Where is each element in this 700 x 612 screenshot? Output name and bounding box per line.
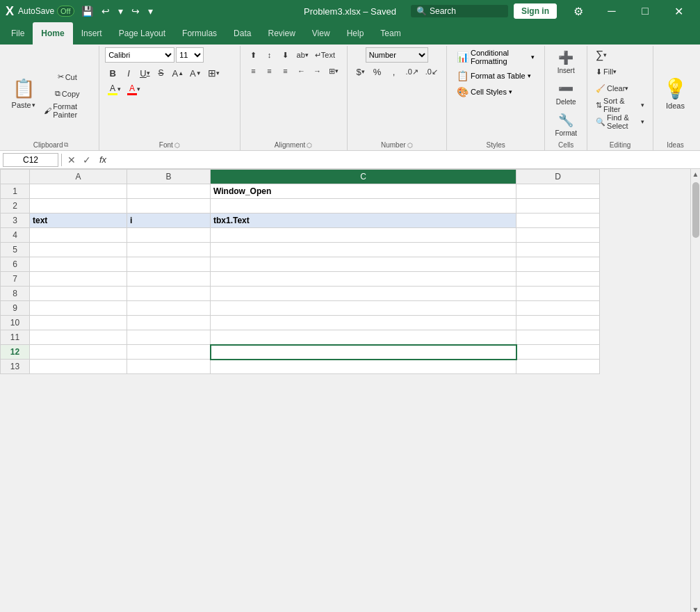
row-header-6[interactable]: 6 [1,257,30,272]
vertical-scrollbar[interactable]: ▲ ▼ [690,169,700,612]
row-header-2[interactable]: 2 [1,199,30,214]
wrap-text-button[interactable]: ↵Text [312,47,338,63]
comma-button[interactable]: , [386,64,402,79]
cell-C4[interactable] [211,228,516,243]
align-middle-button[interactable]: ↕ [262,47,277,63]
restore-button[interactable]: □ [629,0,661,22]
decrease-decimal-button[interactable]: .0↙ [423,64,441,79]
row-header-12[interactable]: 12 [1,345,30,360]
cell-B11[interactable] [127,330,211,345]
cell-D4[interactable] [516,228,600,243]
cell-A7[interactable] [30,272,127,287]
row-header-7[interactable]: 7 [1,272,30,287]
cell-C11[interactable] [211,330,516,345]
row-header-11[interactable]: 11 [1,330,30,345]
conditional-formatting-button[interactable]: 📊 Conditional Formatting ▾ [453,47,539,67]
tab-home[interactable]: Home [33,22,72,45]
undo-icon[interactable]: ↩ [99,4,113,18]
format-as-table-button[interactable]: 📋 Format as Table ▾ [453,69,535,83]
autosum-button[interactable]: ∑ ▾ [593,47,610,63]
indent-decrease-button[interactable]: ← [294,63,309,79]
scroll-thumb[interactable] [692,182,699,238]
close-button[interactable]: ✕ [662,0,694,22]
cell-C12[interactable] [211,345,516,360]
undo-arrow[interactable]: ▾ [115,4,126,18]
font-name-select[interactable]: Calibri [105,47,174,63]
col-header-A[interactable]: A [30,170,127,184]
confirm-formula-button[interactable]: ✓ [80,154,94,166]
delete-cells-button[interactable]: ➖ Delete [552,79,580,108]
cell-A4[interactable] [30,228,127,243]
paste-button[interactable]: 📋 Paste ▾ [8,47,38,140]
settings-icon[interactable]: ⚙ [562,0,594,22]
align-left-button[interactable]: ≡ [246,63,261,79]
copy-button[interactable]: ⧉ Copy [41,86,93,102]
align-top-button[interactable]: ⬆ [246,47,261,63]
increase-font-button[interactable]: A▲ [170,65,187,81]
cell-D1[interactable] [516,184,600,199]
cell-A11[interactable] [30,330,127,345]
cell-C8[interactable] [211,287,516,301]
cell-reference-box[interactable] [3,153,58,167]
col-header-B[interactable]: B [127,170,211,184]
tab-review[interactable]: Review [259,22,303,45]
scroll-up-arrow[interactable]: ▲ [691,169,700,179]
format-cells-button[interactable]: 🔧 Format [551,110,581,140]
cell-B4[interactable] [127,228,211,243]
clipboard-expand[interactable]: ⧉ [64,141,68,149]
tab-help[interactable]: Help [339,22,373,45]
cell-D13[interactable] [516,360,600,374]
col-header-D[interactable]: D [516,170,600,184]
cell-C13[interactable] [211,360,516,374]
align-right-button[interactable]: ≡ [278,63,293,79]
cell-B5[interactable] [127,243,211,257]
autosave-control[interactable]: AutoSave Off [18,6,74,17]
italic-button[interactable]: I [121,65,136,81]
save-icon[interactable]: 💾 [79,4,96,18]
row-header-3[interactable]: 3 [1,214,30,228]
cell-B12[interactable] [127,345,211,360]
cell-D12[interactable] [516,345,600,360]
row-header-1[interactable]: 1 [1,184,30,199]
tab-team[interactable]: Team [372,22,409,45]
percent-button[interactable]: % [370,64,385,79]
paste-dropdown[interactable]: ▾ [32,102,35,108]
cell-C3[interactable]: tbx1.Text [211,214,516,228]
cell-B6[interactable] [127,257,211,272]
cell-A1[interactable] [30,184,127,199]
clear-button[interactable]: 🧹 Clear ▾ [593,81,631,96]
merge-center-button[interactable]: ⊞▾ [326,63,341,79]
cell-B2[interactable] [127,199,211,214]
insert-cells-button[interactable]: ➕ Insert [552,47,580,77]
cell-D5[interactable] [516,243,600,257]
cell-A13[interactable] [30,360,127,374]
cut-button[interactable]: ✂ Cut [41,70,93,85]
cell-C5[interactable] [211,243,516,257]
align-bottom-button[interactable]: ⬇ [278,47,293,63]
cell-D10[interactable] [516,316,600,330]
strikethrough-button[interactable]: S [154,65,169,81]
find-select-button[interactable]: 🔍 Find & Select ▾ [593,114,647,129]
cell-A6[interactable] [30,257,127,272]
autosave-toggle[interactable]: Off [57,6,74,17]
font-expand[interactable]: ⬡ [174,142,180,149]
cell-C7[interactable] [211,272,516,287]
cell-C2[interactable] [211,199,516,214]
sign-in-button[interactable]: Sign in [514,3,557,19]
scroll-down-arrow[interactable]: ▼ [691,604,700,612]
cell-A12[interactable] [30,345,127,360]
cell-D8[interactable] [516,287,600,301]
ideas-button[interactable]: 💡 Ideas [659,74,692,113]
cell-D2[interactable] [516,199,600,214]
cell-A9[interactable] [30,301,127,316]
tab-data[interactable]: Data [225,22,259,45]
borders-button[interactable]: ⊞▾ [205,65,222,81]
cell-A10[interactable] [30,316,127,330]
cell-D3[interactable] [516,214,600,228]
cell-D9[interactable] [516,301,600,316]
increase-decimal-button[interactable]: .0↗ [403,64,421,79]
col-header-C[interactable]: C [211,170,516,184]
row-header-9[interactable]: 9 [1,301,30,316]
cell-B8[interactable] [127,287,211,301]
number-expand[interactable]: ⬡ [407,142,413,149]
